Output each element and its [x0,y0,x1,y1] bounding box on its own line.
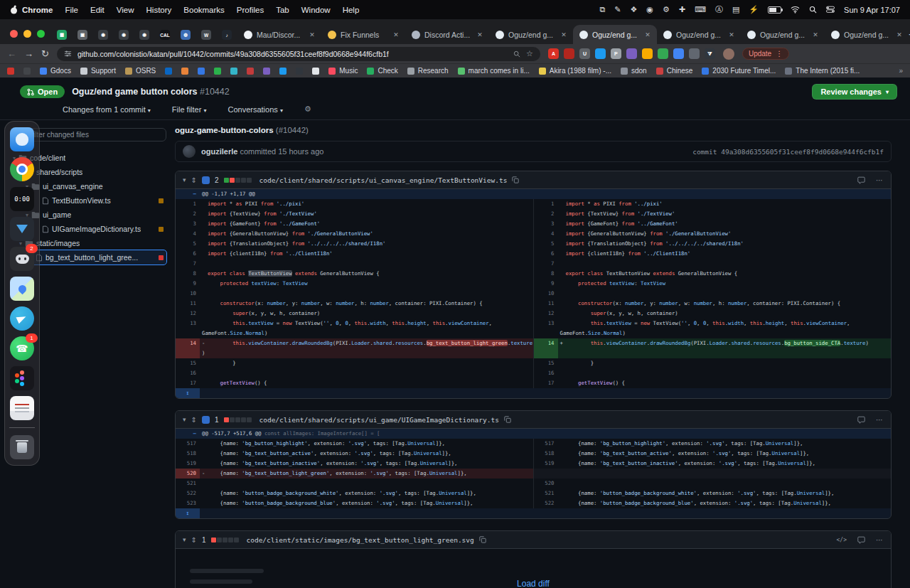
line-number[interactable]: 11 [534,299,558,309]
diff-settings-gear-icon[interactable]: ⚙ [304,105,311,114]
menu-profiles[interactable]: Profiles [237,6,264,14]
code-line[interactable]: import {TextView} from './TextView' [558,209,892,219]
code-line[interactable]: constructor(x: number, y: number, w: num… [558,299,892,309]
line-number[interactable]: 15 [534,358,558,368]
line-number[interactable]: 523 [176,498,200,508]
expand-down-icon[interactable]: ↧ [176,508,200,518]
bookmark-item[interactable]: Research [407,67,449,75]
line-number[interactable]: 3 [534,219,558,229]
line-number[interactable]: 14 [534,338,558,358]
expand-down-icon[interactable]: ↧ [176,388,200,398]
code-line[interactable]: {name: 'bg_text_button_inactive', extens… [558,459,892,469]
code-line[interactable]: import {clientI18n} from '../ClientI18n' [200,249,533,259]
comment-icon[interactable] [857,416,865,424]
bookmark-item[interactable]: Akira (1988 film) -... [539,67,611,75]
line-number[interactable]: 13 [176,319,200,338]
code-line[interactable] [558,368,892,378]
browser-tab[interactable]: Oguz/end g...✕ [657,25,741,44]
menu-window[interactable]: Window [301,6,331,14]
code-line[interactable]: {name: 'bg_text_button_inactive', extens… [200,459,533,469]
line-number[interactable]: 10 [176,289,200,299]
display-icon[interactable]: ⧉ [599,5,605,14]
code-line[interactable]: getTextView() { [558,378,892,388]
tab-close-icon[interactable]: ✕ [727,31,737,38]
line-number[interactable]: 6 [534,249,558,259]
line-number[interactable]: 521 [176,479,200,488]
window-list-icon[interactable]: ▤ [732,5,739,14]
reload-button[interactable]: ↻ [41,49,49,58]
line-number[interactable]: 8 [534,269,558,279]
keyboard-status-icon[interactable]: ⌨ [695,5,706,14]
bookmark-item[interactable]: Support [80,67,116,75]
browser-tab[interactable]: Discord Acti...✕ [405,25,489,44]
bookmark-item[interactable]: march comes in li... [458,67,530,75]
line-number[interactable]: 521 [534,488,558,498]
pinned-tab-blue-app[interactable]: ◍ [176,26,196,44]
pinned-tab-dark-app-1[interactable]: ◉ [93,26,113,44]
extension-icon[interactable] [689,48,700,59]
kebab-menu-icon[interactable]: ⋯ [876,416,884,424]
bookmark-item[interactable]: Music [328,67,358,75]
code-line[interactable] [200,479,533,488]
bookmark-item[interactable]: The Intern (2015 fi... [785,67,860,75]
line-number[interactable]: 12 [176,309,200,319]
menu-view[interactable]: View [117,6,134,14]
browser-tab[interactable]: Oguz/end g...✕ [741,25,825,44]
code-line[interactable] [200,289,533,299]
bookmark-star-icon[interactable]: ☆ [526,49,533,58]
zoom-icon[interactable] [513,50,520,58]
line-number[interactable]: 518 [176,449,200,459]
code-line[interactable]: + this.viewContainer.drawRoundedBg(PIXI.… [558,338,892,358]
line-number[interactable]: 7 [176,259,200,269]
code-line[interactable]: import {GameFont} from '../GameFont' [558,219,892,229]
line-number[interactable]: 10 [534,289,558,299]
code-line[interactable] [200,259,533,269]
bookmark-item[interactable]: sdon [621,67,647,75]
code-line[interactable]: export class TextButtonView extends Gene… [200,269,533,279]
extension-icon[interactable] [626,48,637,59]
line-number[interactable]: 9 [176,279,200,289]
tab-close-icon[interactable]: ✕ [391,31,401,38]
code-line[interactable]: - {name: 'bg_text_button_light_green', e… [200,469,533,479]
line-number[interactable]: 2 [534,209,558,219]
extension-icon[interactable]: U [579,48,590,59]
review-changes-button[interactable]: Review changes ▾ [812,84,897,100]
bookmark-item[interactable]: OSRS [125,67,156,75]
browser-tab[interactable]: Oguz/end g...✕ [489,25,573,44]
code-line[interactable]: this.textView = new TextView('', 0, 0, t… [200,319,533,338]
copy-path-icon[interactable] [479,536,486,543]
menu-history[interactable]: History [146,6,172,14]
settings-status-icon[interactable]: ⚙ [663,5,670,14]
menu-bookmarks[interactable]: Bookmarks [183,6,225,14]
extension-icon[interactable] [642,48,653,59]
line-number[interactable]: 522 [176,488,200,498]
line-number[interactable]: 12 [534,309,558,319]
extension-icon[interactable]: P [611,48,621,59]
code-line[interactable] [558,469,892,479]
extension-icon[interactable] [658,48,668,59]
code-line[interactable] [558,259,892,269]
line-number[interactable]: 517 [176,439,200,449]
code-line[interactable]: protected textView: TextView [200,279,533,289]
pinned-tab-grid-app[interactable]: ▣ [73,26,92,44]
code-line[interactable]: {name: 'bg_text_button_active', extensio… [558,449,892,459]
copy-path-icon[interactable] [512,176,519,183]
expand-all-icon[interactable]: ⇕ [191,176,197,184]
annotation-icon[interactable] [202,416,210,424]
changes-dropdown[interactable]: Changes from 1 commit ▾ [63,105,151,114]
code-line[interactable]: super(x, y, w, h, container) [558,309,892,319]
extensions-status-icon[interactable]: ❖ [630,5,637,14]
line-number[interactable]: 7 [534,259,558,269]
commit-message-text[interactable]: oguz-game-button-colors [175,126,274,134]
extension-icon[interactable] [673,48,684,59]
site-info-icon[interactable] [64,50,72,58]
google-maps-icon[interactable] [10,277,34,301]
code-line[interactable]: {name: 'button_badge_background_blue', e… [558,498,892,508]
code-line[interactable]: protected textView: TextView [558,279,892,289]
bookmark-item[interactable] [214,68,221,75]
code-line[interactable]: export class TextButtonView extends Gene… [558,269,892,279]
annotation-icon[interactable] [202,176,210,184]
close-window-button[interactable] [10,30,18,38]
extension-icon[interactable]: A [548,48,559,59]
code-view-icon[interactable]: </> [837,537,847,543]
